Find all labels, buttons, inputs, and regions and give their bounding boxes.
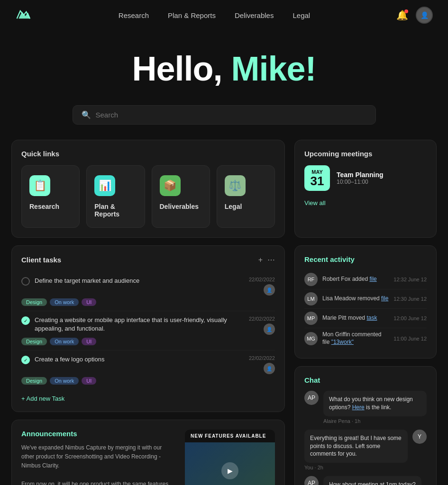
task-date-1: 22/02/2022 — [249, 277, 275, 282]
chat-bubble-3: How about meeting at 1pm today? — [323, 476, 421, 485]
task-checkbox-2[interactable]: ✓ — [21, 316, 30, 325]
legal-icon: ⚖️ — [225, 175, 246, 196]
tag-on-work-3: On work — [50, 377, 79, 385]
add-task-icon-button[interactable]: + — [258, 256, 263, 264]
activity-time-3: 12:00 June 12 — [393, 315, 427, 321]
research-icon: 📋 — [29, 175, 50, 196]
navigation: Research Plan & Reports Deliverables Leg… — [0, 0, 448, 30]
task-more-button[interactable]: ⋯ — [267, 255, 275, 264]
task-date-2: 22/02/2022 — [249, 316, 275, 322]
chat-avatar-2: Y — [412, 430, 427, 444]
meetings-view-all[interactable]: View all — [304, 199, 326, 207]
activity-title: Recent activity — [304, 255, 427, 263]
task-checkbox-1[interactable] — [21, 277, 30, 286]
search-input[interactable] — [96, 111, 367, 119]
tag-on-work-2: On work — [50, 338, 79, 345]
quick-link-plan-reports[interactable]: 📊 Plan & Reports — [86, 165, 145, 228]
quick-link-deliverables[interactable]: 📦 Deliverables — [152, 165, 210, 228]
activity-avatar-1: RF — [304, 273, 318, 286]
logo[interactable] — [15, 7, 32, 24]
activity-text-1: Robert Fox added file — [322, 276, 389, 283]
new-feature-label: NEW FEATURES AVAILABLE — [185, 430, 275, 442]
hero-greeting: Hello, Mike! — [9, 49, 439, 88]
quick-link-legal[interactable]: ⚖️ Legal — [217, 165, 275, 228]
nav-legal[interactable]: Legal — [293, 11, 310, 19]
activity-text-2: Lisa Meadow removed file — [322, 295, 389, 303]
list-item: LM Lisa Meadow removed file 12:30 June 1… — [304, 289, 427, 309]
chat-message-1: AP What do you think on new design optio… — [304, 391, 427, 424]
task-text-1: Define the target market and audience — [35, 277, 139, 285]
search-icon: 🔍 — [82, 110, 91, 119]
activity-time-4: 11:00 June 12 — [393, 336, 427, 341]
task-tags-1: Design On work UI — [21, 298, 275, 306]
table-row: Define the target market and audience 22… — [21, 272, 275, 311]
chat-message-2: Y Everything is great! But I have some p… — [304, 430, 427, 470]
meeting-time: 10:00–11:00 — [337, 179, 384, 185]
tasks-title: Client tasks — [21, 256, 61, 264]
meeting-day: 31 — [310, 175, 324, 187]
tasks-header: Client tasks + ⋯ — [21, 255, 275, 264]
chat-title: Chat — [304, 376, 427, 384]
quick-links-title: Quick links — [21, 150, 275, 158]
nav-right: 🔔 👤 — [396, 7, 433, 24]
announcements-card: Announcements We've expanded Nimbus Capt… — [11, 420, 285, 485]
legal-label: Legal — [225, 203, 242, 210]
quick-link-research[interactable]: 📋 Research — [21, 165, 80, 228]
task-date-3: 22/02/2022 — [249, 355, 275, 361]
tag-on-work: On work — [50, 298, 79, 306]
tag-ui-3: UI — [82, 377, 96, 385]
list-item: MP Marie Pitt moved task 12:00 June 12 — [304, 309, 427, 328]
meeting-date-badge: May 31 — [304, 165, 330, 191]
tag-ui-2: UI — [82, 338, 96, 345]
announce-title: Announcements — [21, 430, 175, 438]
meeting-title: Team Planning — [337, 171, 384, 179]
plan-reports-icon: 📊 — [94, 175, 115, 196]
notifications-button[interactable]: 🔔 — [396, 9, 408, 21]
activity-text-3: Marie Pitt moved task — [322, 314, 389, 322]
chat-message-3: AP How about meeting at 1pm today? Alair… — [304, 476, 427, 485]
add-new-task-button[interactable]: + Add new Task — [21, 395, 64, 402]
search-section: 🔍 — [0, 98, 448, 140]
chat-avatar-1: AP — [304, 391, 319, 405]
activity-text-4: Mon Griffin commented file "13work" — [322, 331, 389, 346]
tag-design-2: Design — [21, 338, 47, 345]
table-row: ✓ Creating a website or mobile app inter… — [21, 311, 275, 350]
task-tags-3: Design On work UI — [21, 377, 275, 385]
user-avatar-nav[interactable]: 👤 — [416, 7, 433, 24]
nav-plan-reports[interactable]: Plan & Reports — [168, 11, 216, 19]
task-checkbox-3[interactable]: ✓ — [21, 356, 30, 364]
client-tasks-card: Client tasks + ⋯ Define the target marke… — [11, 245, 285, 412]
activity-avatar-3: MP — [304, 312, 318, 325]
announce-left: Announcements We've expanded Nimbus Capt… — [21, 430, 175, 485]
task-text-3: Create a few logo options — [35, 355, 104, 364]
nav-links: Research Plan & Reports Deliverables Leg… — [119, 11, 310, 19]
hero-section: Hello, Mike! — [0, 30, 448, 98]
task-avatar-2: 👤 — [264, 323, 275, 335]
bottom-section: Client tasks + ⋯ Define the target marke… — [0, 245, 448, 485]
tag-ui: UI — [82, 298, 96, 306]
chat-avatar-3: AP — [304, 476, 319, 485]
table-row: ✓ Create a few logo options 22/02/2022 👤… — [21, 350, 275, 389]
tasks-actions: + ⋯ — [258, 255, 275, 264]
nav-research[interactable]: Research — [119, 11, 149, 19]
feature-preview[interactable]: ▶ — [185, 442, 275, 485]
recent-activity-card: Recent activity RF Robert Fox added file… — [294, 245, 437, 359]
play-button[interactable]: ▶ — [221, 462, 238, 479]
notification-dot — [404, 9, 408, 13]
deliverables-label: Deliverables — [160, 203, 199, 210]
activity-time-2: 12:30 June 12 — [393, 296, 427, 302]
left-column: Client tasks + ⋯ Define the target marke… — [11, 245, 285, 485]
nav-deliverables[interactable]: Deliverables — [235, 11, 274, 19]
chat-meta-2: You · 2h — [304, 465, 408, 470]
quick-links-card: Quick links 📋 Research 📊 Plan & Reports … — [11, 140, 285, 238]
right-column: Recent activity RF Robert Fox added file… — [294, 245, 437, 485]
announce-text: We've expanded Nimbus Capture by merging… — [21, 443, 175, 485]
chat-bubble-1: What do you think on new design options?… — [323, 391, 427, 416]
announce-right: NEW FEATURES AVAILABLE ▶ Try it out — [185, 430, 275, 485]
top-section: Quick links 📋 Research 📊 Plan & Reports … — [0, 140, 448, 245]
meetings-card: Upcoming meetings May 31 Team Planning 1… — [294, 140, 437, 238]
task-avatar-3: 👤 — [264, 363, 275, 374]
deliverables-icon: 📦 — [160, 175, 181, 196]
greeting-text: Hello, — [132, 50, 231, 88]
activity-avatar-2: LM — [304, 292, 318, 305]
